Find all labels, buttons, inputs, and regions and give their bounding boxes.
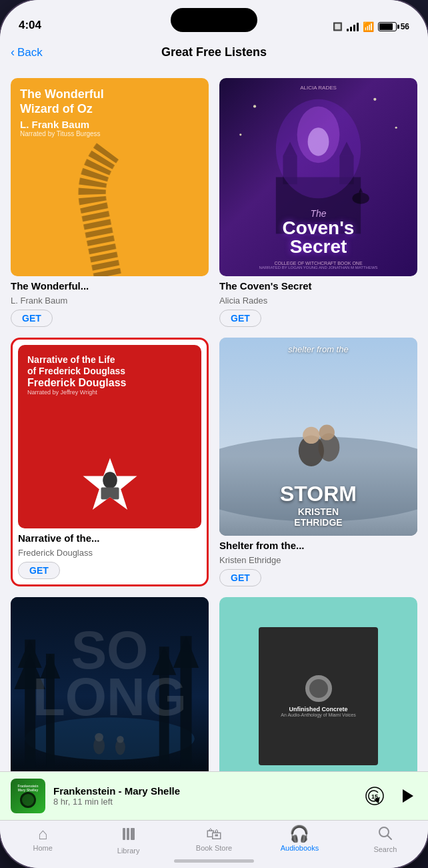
svg-text:15: 15: [371, 793, 378, 800]
douglass-title: Narrative of the...: [18, 532, 201, 544]
content-area[interactable]: The WonderfulWizard of Oz L. Frank Baum …: [0, 67, 428, 771]
douglass-star-illustration: [80, 455, 140, 515]
frankenstein-top-text: FrankensteinMary Shelley: [17, 784, 38, 792]
phone-frame: 4:04 🔲 📶 56 ‹ Back: [0, 0, 428, 868]
wizard-cover-narrator: Narrated by Tituss Burgess: [20, 130, 101, 137]
svg-point-22: [303, 427, 319, 444]
now-playing-controls: 15: [364, 785, 417, 807]
coven-get-button[interactable]: GET: [219, 310, 261, 327]
dynamic-island: [171, 8, 257, 32]
svg-point-10: [253, 105, 256, 107]
shelter-title: Shelter from the...: [219, 540, 417, 551]
wizard-author: L. Frank Baum: [11, 296, 209, 306]
shelter-title-cursive: shelter from the: [219, 344, 417, 354]
svg-point-23: [319, 424, 335, 440]
svg-rect-16: [101, 488, 119, 500]
audiobooks-icon: 🎧: [289, 826, 309, 842]
tab-home-label: Home: [33, 844, 53, 852]
book-cover-coven[interactable]: ALICIA RADES: [219, 78, 417, 276]
svg-point-7: [308, 127, 329, 155]
svg-marker-41: [403, 789, 413, 803]
skip-back-icon: 15: [365, 786, 385, 806]
signal-bar-2: [350, 27, 352, 31]
books-grid: The WonderfulWizard of Oz L. Frank Baum …: [11, 78, 417, 771]
battery-percent: 56: [401, 22, 409, 31]
shelter-author-display: KRISTENETHRIDGE: [280, 506, 357, 528]
signal-bar-3: [353, 25, 355, 31]
concrete-record-icon: [305, 675, 332, 702]
tab-bookstore-label: Book Store: [196, 844, 232, 852]
svg-point-13: [395, 127, 397, 129]
book-item-coven[interactable]: ALICIA RADES: [219, 78, 417, 327]
book-item-concrete[interactable]: Unfinished Concrete An Audio-Anthology o…: [219, 597, 417, 771]
frankenstein-art: FrankensteinMary Shelley: [11, 779, 45, 813]
book-cover-douglass[interactable]: Narrative of the Lifeof Frederick Dougla…: [18, 345, 201, 528]
svg-point-15: [103, 472, 117, 488]
tab-search-label: Search: [373, 845, 397, 853]
solong-big-text: SO LONG: [11, 624, 209, 724]
tab-home[interactable]: ⌂ Home: [0, 826, 85, 855]
coven-series: COLLEGE OF WITCHCRAFT BOOK ONE NARRATED …: [219, 261, 417, 270]
shelter-get-button[interactable]: GET: [219, 569, 261, 586]
play-button[interactable]: [396, 785, 417, 807]
svg-line-46: [387, 836, 391, 840]
wizard-cover-title: The WonderfulWizard of Oz: [20, 87, 104, 116]
wifi-icon: 📶: [363, 21, 374, 32]
signal-bar-4: [357, 23, 359, 31]
tab-search[interactable]: Search: [343, 826, 428, 855]
book-item-solong[interactable]: BLAKE PIERCE: [11, 597, 209, 771]
concrete-inner-card: Unfinished Concrete An Audio-Anthology o…: [259, 627, 377, 766]
tab-audiobooks[interactable]: 🎧 Audiobooks: [257, 826, 342, 855]
svg-point-38: [117, 736, 124, 743]
now-playing-info: Frankenstein - Mary Shelle 8 hr, 11 min …: [53, 785, 356, 807]
douglass-cover-narrator: Narrated by Jeffrey Wright: [27, 389, 192, 396]
douglass-cover-author: Frederick Douglass: [27, 377, 192, 389]
wizard-get-button[interactable]: GET: [11, 310, 53, 327]
book-cover-wizard[interactable]: The WonderfulWizard of Oz L. Frank Baum …: [11, 78, 209, 276]
home-icon: ⌂: [38, 826, 48, 842]
tab-bookstore[interactable]: 🛍 Book Store: [171, 826, 257, 855]
shelter-top-title: shelter from the: [219, 344, 417, 354]
book-cover-shelter[interactable]: shelter from the STORM KRISTENETHRIDGE: [219, 338, 417, 536]
page-title: Great Free Listens: [161, 45, 267, 59]
svg-point-12: [239, 133, 241, 135]
sim-icon: 🔲: [333, 22, 343, 31]
phone-screen: 4:04 🔲 📶 56 ‹ Back: [0, 0, 428, 868]
shelter-storm-text: STORM: [280, 482, 357, 506]
back-button[interactable]: ‹ Back: [11, 45, 43, 59]
back-label: Back: [17, 46, 43, 59]
tab-library-label: Library: [117, 847, 140, 855]
now-playing-bar[interactable]: FrankensteinMary Shelley Frankenstein - …: [0, 771, 428, 820]
wizard-road-illustration: [11, 137, 205, 276]
svg-point-36: [95, 733, 103, 742]
concrete-cover-title: Unfinished Concrete: [289, 706, 347, 713]
signal-bar-1: [347, 29, 349, 31]
coven-series-text: COLLEGE OF WITCHCRAFT BOOK ONE: [219, 261, 417, 266]
skip-back-button[interactable]: 15: [364, 785, 385, 807]
book-item-douglass[interactable]: Narrative of the Lifeof Frederick Dougla…: [11, 338, 209, 586]
concrete-cover-subtitle: An Audio-Anthology of Miami Voices: [281, 713, 355, 717]
library-icon: [121, 826, 137, 845]
nav-header: ‹ Back Great Free Listens: [0, 37, 428, 67]
svg-rect-43: [127, 828, 129, 840]
play-icon: [397, 787, 416, 805]
douglass-cover-title1: Narrative of the Lifeof Frederick Dougla…: [27, 354, 192, 377]
book-item-shelter[interactable]: shelter from the STORM KRISTENETHRIDGE S…: [219, 338, 417, 586]
search-icon: [378, 826, 393, 843]
home-indicator: [174, 859, 254, 863]
coven-author: Alicia Rades: [219, 296, 417, 306]
battery-fill: [379, 23, 393, 30]
battery: [378, 22, 397, 31]
solong-long: LONG: [11, 671, 209, 724]
tab-library[interactable]: Library: [85, 826, 171, 855]
coven-title: The Coven's Secret: [219, 280, 417, 292]
book-item-wizard[interactable]: The WonderfulWizard of Oz L. Frank Baum …: [11, 78, 209, 327]
back-chevron-icon: ‹: [11, 45, 15, 59]
signal-bars: [347, 22, 359, 31]
status-time: 4:04: [19, 19, 41, 32]
douglass-get-button[interactable]: GET: [18, 562, 60, 579]
wizard-title: The Wonderful...: [11, 280, 209, 292]
now-playing-time: 8 hr, 11 min left: [53, 797, 356, 807]
book-cover-solong[interactable]: BLAKE PIERCE: [11, 597, 209, 771]
book-cover-concrete[interactable]: Unfinished Concrete An Audio-Anthology o…: [219, 597, 417, 771]
